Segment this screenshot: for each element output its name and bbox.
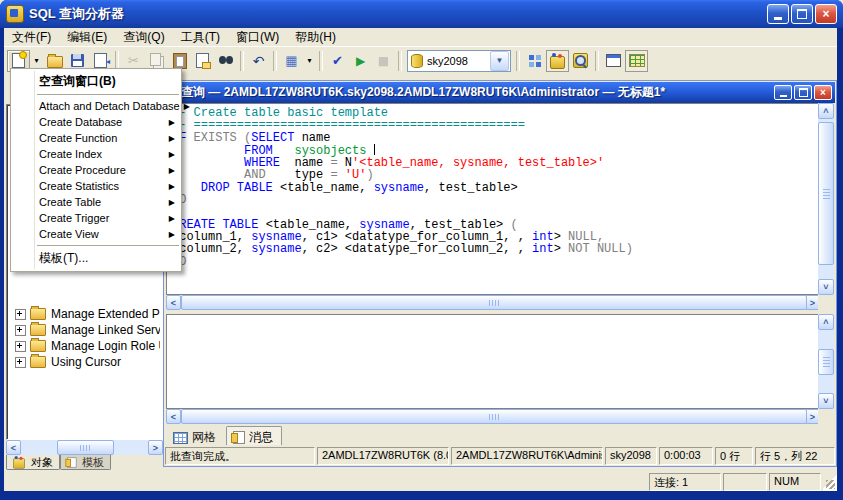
undo-button[interactable]: ↶	[247, 50, 270, 72]
submenu-arrow-icon: ▶	[169, 182, 175, 191]
menu-item[interactable]: Create Statistics▶	[11, 178, 181, 194]
results-horizontal-scrollbar[interactable]: < >	[166, 409, 820, 424]
menu-item[interactable]: Create Index▶	[11, 146, 181, 162]
connection-properties-icon	[606, 54, 621, 67]
execution-plan-button[interactable]	[523, 50, 546, 72]
scrollbar-thumb[interactable]	[57, 440, 115, 455]
query-window-title-bar[interactable]: 查询 — 2AMDL17ZW8RUT6K.sky2098.2AMDL17ZW8R…	[165, 82, 835, 103]
maximize-button[interactable]	[791, 4, 813, 24]
scroll-down-icon[interactable]: ˅	[818, 279, 834, 295]
database-combo-dropdown[interactable]: ▼	[490, 51, 509, 71]
title-bar[interactable]: SQL 查询分析器 ×	[0, 0, 843, 28]
scrollbar-track[interactable]	[818, 119, 834, 279]
query-restore-button[interactable]	[794, 85, 812, 100]
scroll-left-icon[interactable]: <	[6, 440, 21, 455]
menu-help[interactable]: 帮助(H)	[287, 28, 344, 47]
scrollbar-track[interactable]	[21, 440, 148, 455]
menu-item-label: Create Procedure	[39, 164, 165, 176]
sql-editor[interactable]: -- Create table basic template-- =======…	[166, 103, 820, 295]
menu-item[interactable]: Create Trigger▶	[11, 210, 181, 226]
code-token: DROP TABLE	[201, 181, 280, 195]
scroll-right-icon[interactable]: >	[148, 440, 163, 455]
menu-item[interactable]: Create Procedure▶	[11, 162, 181, 178]
object-browser-icon	[550, 56, 565, 69]
scroll-left-icon[interactable]: <	[166, 409, 181, 424]
scrollbar-track[interactable]	[818, 330, 834, 393]
chevron-down-icon: ▾	[307, 56, 311, 65]
submenu-arrow-icon: ▶	[169, 230, 175, 239]
query-status-panel: 2AMDL17ZW8RUT6K\Administrat	[451, 447, 603, 465]
expand-plus-icon[interactable]	[15, 341, 26, 352]
menu-item[interactable]: Create View▶	[11, 226, 181, 242]
editor-horizontal-scrollbar[interactable]: < >	[166, 295, 820, 310]
tab-objects[interactable]: 对象	[6, 455, 60, 470]
tab-templates[interactable]: 模板	[60, 455, 111, 470]
menu-query[interactable]: 查询(Q)	[115, 28, 172, 47]
minimize-button[interactable]	[767, 4, 789, 24]
menu-window[interactable]: 窗口(W)	[228, 28, 287, 47]
expand-plus-icon[interactable]	[15, 357, 26, 368]
close-button[interactable]: ×	[815, 4, 837, 24]
menu-file[interactable]: 文件(F)	[4, 28, 59, 47]
scrollbar-track[interactable]	[181, 295, 805, 310]
tree-item[interactable]: Using Cursor	[9, 354, 160, 370]
status-empty-panel	[723, 473, 767, 491]
menu-item[interactable]: 模板(T)...	[11, 249, 181, 268]
restore-icon	[799, 88, 808, 97]
menu-item[interactable]: Create Table▶	[11, 194, 181, 210]
parse-query-button[interactable]: ✔	[326, 50, 349, 72]
submenu-arrow-icon: ▶	[169, 198, 175, 207]
code-line: GO	[172, 256, 633, 268]
execute-button[interactable]: ▶	[349, 50, 372, 72]
scrollbar-track[interactable]	[181, 409, 805, 424]
tree-horizontal-scrollbar[interactable]: < >	[6, 440, 163, 455]
execute-mode-button[interactable]: ▦	[280, 50, 303, 72]
menu-separator	[37, 94, 179, 95]
scrollbar-thumb[interactable]	[181, 295, 807, 310]
menu-item[interactable]: Create Database▶	[11, 114, 181, 130]
query-close-button[interactable]: ×	[814, 85, 832, 100]
menu-item[interactable]: Attach and Detach Database▶	[11, 98, 181, 114]
menu-tools[interactable]: 工具(T)	[173, 28, 228, 47]
object-search-button[interactable]	[569, 50, 592, 72]
results-pane	[166, 314, 820, 409]
menu-item[interactable]: Create Function▶	[11, 130, 181, 146]
object-browser-button[interactable]	[546, 50, 569, 72]
connection-properties-button[interactable]	[602, 50, 625, 72]
menu-item[interactable]: 空查询窗口(B)	[11, 72, 181, 91]
scrollbar-corner	[818, 409, 834, 424]
clear-window-button[interactable]	[191, 50, 214, 72]
scroll-down-icon[interactable]: ˅	[818, 393, 834, 409]
scrollbar-thumb[interactable]	[181, 409, 807, 424]
close-icon: ×	[822, 7, 829, 21]
expand-plus-icon[interactable]	[15, 325, 26, 336]
object-tree-list: Manage Extended ProManage Linked ServeMa…	[9, 306, 160, 370]
results-vertical-scrollbar[interactable]: ˄ ˅	[818, 314, 834, 409]
scroll-up-icon[interactable]: ˄	[818, 314, 834, 330]
scrollbar-thumb[interactable]	[818, 349, 834, 375]
editor-vertical-scrollbar[interactable]: ˄ ˅	[818, 103, 834, 295]
show-results-pane-button[interactable]	[625, 50, 648, 72]
scrollbar-thumb[interactable]	[818, 122, 834, 265]
menu-edit[interactable]: 编辑(E)	[59, 28, 115, 47]
scroll-up-icon[interactable]: ˄	[818, 103, 834, 119]
query-minimize-button[interactable]	[774, 85, 792, 100]
tree-item[interactable]: Manage Linked Serve	[9, 322, 160, 338]
open-icon	[47, 56, 63, 68]
find-button[interactable]	[214, 50, 237, 72]
query-status-panel: 行 5，列 22	[755, 447, 835, 465]
toolbar-separator	[595, 51, 599, 71]
app-icon	[6, 5, 24, 23]
execute-mode-dropdown[interactable]: ▾	[303, 50, 316, 72]
submenu-arrow-icon: ▶	[184, 102, 190, 111]
folder-icon	[30, 356, 46, 368]
scroll-left-icon[interactable]: <	[166, 295, 181, 310]
objects-tab-label: 对象	[31, 455, 53, 470]
main-window: SQL 查询分析器 × 文件(F) 编辑(E) 查询(Q) 工具(T) 窗口(W…	[0, 0, 843, 500]
tree-item[interactable]: Manage Extended Pro	[9, 306, 160, 322]
toolbar-separator	[319, 51, 323, 71]
expand-plus-icon[interactable]	[15, 309, 26, 320]
tree-item[interactable]: Manage Login Role U:	[9, 338, 160, 354]
database-combo[interactable]: sky2098 ▼	[407, 50, 511, 72]
resize-grip[interactable]	[823, 473, 837, 491]
